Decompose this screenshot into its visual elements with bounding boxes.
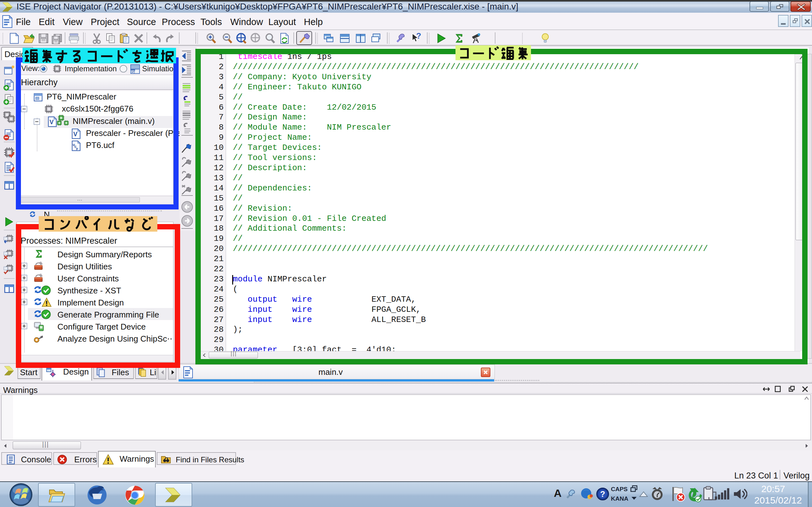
- svg-text:?: ?: [416, 32, 421, 41]
- svg-text:?: ?: [600, 489, 605, 499]
